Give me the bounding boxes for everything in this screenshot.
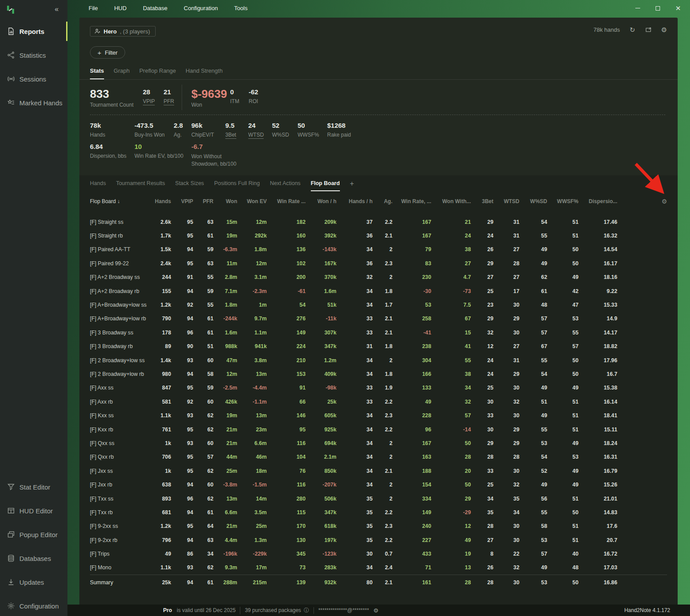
table-row[interactable]: [F] Straight rb1.7k956119m292k160392k362… — [90, 229, 667, 242]
column-header[interactable]: Hands / h — [336, 198, 373, 204]
table-row[interactable]: [F] Txx ss893966213m14m280506k3523342934… — [90, 492, 667, 505]
stat-rake-paid[interactable]: $1268Rake paid — [327, 122, 351, 138]
table-row[interactable]: [F] 9-2xx ss1.2k956421m25m170618k352.324… — [90, 520, 667, 533]
sidebar-item-configuration[interactable]: Configuration — [0, 594, 67, 616]
stat-chipev-t[interactable]: 96kChipEV/T — [191, 122, 214, 138]
sidebar-item-updates[interactable]: Updates — [0, 570, 67, 594]
table-row[interactable]: [F] Txx rb68194616.6m3.5m115347k352.2149… — [90, 505, 667, 519]
column-header[interactable]: Win Rate ... — [267, 198, 306, 204]
table-row[interactable]: [F] Jxx ss1k956225m18m76850k342.11882033… — [90, 464, 667, 478]
column-header[interactable]: WTSD — [493, 198, 519, 204]
menu-configuration[interactable]: Configuration — [184, 5, 218, 11]
stat-hands[interactable]: 78kHands — [90, 122, 105, 138]
table-row[interactable]: [F] Straight ss2.6k956315m12m182209k372.… — [90, 215, 667, 229]
sidebar-item-databases[interactable]: Databases — [0, 546, 67, 570]
stat-vpip[interactable]: 28VPIP — [143, 88, 155, 105]
sidebar-item-hud-editor[interactable]: HUD Editor — [0, 499, 67, 523]
stat-buy-ins-won[interactable]: -473.5Buy-Ins Won — [134, 122, 164, 138]
column-header[interactable]: Win Rate, ... — [392, 198, 431, 204]
table-row[interactable]: [F] 2 Broadway+low rb980945812m13m153409… — [90, 367, 667, 381]
player-chip[interactable]: Hero , (3 players) — [90, 26, 156, 37]
sidebar-item-reports[interactable]: Reports — [0, 19, 67, 43]
table-row[interactable]: [F] Axx ss8479559-2.5m-4.4m91-98k331.913… — [90, 381, 667, 395]
table-row[interactable]: [F] Axx rb5819260426k-1.1m6625k332.24932… — [90, 395, 667, 408]
column-header[interactable]: Won — [213, 198, 237, 204]
column-header[interactable]: WWSF% — [547, 198, 578, 204]
refresh-icon[interactable]: ↻ — [630, 26, 635, 33]
stat-pfr[interactable]: 21PFR — [164, 88, 174, 105]
table-row[interactable]: [F] Qxx ss1k936021m6.6m116694k3421675029… — [90, 436, 667, 450]
report-tab-stack-sizes[interactable]: Stack Sizes — [175, 180, 204, 191]
table-row[interactable]: [F] Mono1.1k93629.3m17m73283k342.4711326… — [90, 561, 667, 575]
menu-hud[interactable]: HUD — [114, 5, 127, 11]
column-header-sorted[interactable]: Flop Board ↓ — [90, 198, 148, 204]
table-row[interactable]: [F] A+2 Broadway rb15594597.1m-2.3m-611.… — [90, 284, 667, 298]
minimize-icon[interactable] — [633, 4, 642, 13]
table-row[interactable]: [F] Jxx rb6389460-3.8m-1.5m116-207k34215… — [90, 478, 667, 491]
column-header[interactable]: Ag. — [373, 198, 392, 204]
column-header[interactable]: W%SD — [519, 198, 547, 204]
report-settings-gear-icon[interactable]: ⚙ — [661, 26, 667, 33]
filter-button[interactable]: + Filter — [90, 46, 125, 59]
table-row[interactable]: [F] 3 Broadway ss17896611.6m1.1m149307k3… — [90, 326, 667, 339]
popout-icon[interactable] — [645, 26, 652, 33]
report-tab-hands[interactable]: Hands — [90, 180, 106, 191]
stat-itm[interactable]: 0ITM — [230, 88, 239, 104]
table-settings-gear-icon[interactable]: ⚙ — [617, 198, 667, 205]
column-header[interactable]: PFR — [193, 198, 213, 204]
table-row[interactable]: [F] Qxx rb706955744m46m1042.1m3421632828… — [90, 450, 667, 464]
stat-3bet[interactable]: 9.53Bet — [225, 122, 236, 139]
report-tab-tournament-results[interactable]: Tournament Results — [116, 180, 165, 191]
maximize-icon[interactable] — [653, 4, 663, 13]
stat-wwsf[interactable]: 50WWSF% — [298, 122, 319, 138]
tab-preflop-range[interactable]: Preflop Range — [139, 67, 176, 79]
tab-graph[interactable]: Graph — [114, 67, 130, 79]
stat-win-rate-ev-bb-100[interactable]: 10Win Rate EV, bb/100 — [134, 143, 183, 159]
table-row[interactable]: [F] Paired 99-222.4k956311m12m102167k362… — [90, 256, 667, 270]
close-icon[interactable]: ✕ — [673, 4, 683, 13]
sidebar-item-popup-editor[interactable]: Popup Editor — [0, 523, 67, 546]
add-report-tab-icon[interactable]: + — [350, 180, 354, 191]
table-row[interactable]: [F] A+2 Broadway ss24491552.8m3.1m200370… — [90, 271, 667, 284]
report-tab-next-actions[interactable]: Next Actions — [270, 180, 300, 191]
column-header[interactable]: 3Bet — [471, 198, 493, 204]
stat-won[interactable]: $-9639Won — [191, 88, 227, 108]
table-row[interactable]: [F] A+Broadway+low rb7909461-244k9.7m276… — [90, 312, 667, 326]
table-row[interactable]: [F] Trips498634-196k-229k345-123k300.743… — [90, 547, 667, 560]
collapse-sidebar-icon[interactable]: « — [55, 5, 58, 13]
tab-stats[interactable]: Stats — [90, 67, 104, 79]
menu-file[interactable]: File — [89, 5, 98, 11]
table-row[interactable]: [F] 2 Broadway+low ss1.4k936047m3.8m2101… — [90, 353, 667, 367]
table-row[interactable]: [F] 3 Broadway rb899051988k941k224347k31… — [90, 340, 667, 353]
table-row[interactable]: [F] 9-2xx rb79694634.4m1.3m130197k352.22… — [90, 533, 667, 547]
stat-w-sd[interactable]: 52W%SD — [272, 122, 289, 138]
sidebar-item-statistics[interactable]: Statistics — [0, 43, 67, 67]
stat-wtsd[interactable]: 24WTSD — [248, 122, 264, 139]
table-row[interactable]: [F] A+Broadway+low ss1.2k92551.8m1m5451k… — [90, 298, 667, 312]
report-tab-flop-board[interactable]: Flop Board — [311, 180, 340, 191]
menu-database[interactable]: Database — [143, 5, 168, 11]
account-settings-gear-icon[interactable]: ⚙ — [373, 607, 379, 614]
stat-won-without-showdown-bb-100[interactable]: -6.7Won Without Showdown, bb/100 — [191, 143, 241, 168]
tab-hand-strength[interactable]: Hand Strength — [186, 67, 223, 79]
column-header[interactable]: VPIP — [171, 198, 193, 204]
sidebar-item-sessions[interactable]: Sessions — [0, 67, 67, 91]
column-header[interactable]: Dispersio... — [578, 198, 617, 204]
stat-dispersion-bbs[interactable]: 6.84Dispersion, bbs — [90, 143, 127, 159]
stat-tournament-count[interactable]: 833Tournament Count — [90, 88, 134, 108]
summary-row[interactable]: Summary25k9461288m215m139932k802.1161282… — [90, 575, 667, 590]
sidebar-item-stat-editor[interactable]: Stat Editor — [0, 475, 67, 499]
stat-ag[interactable]: 2.8Ag. — [174, 122, 183, 138]
stat-roi[interactable]: -62ROI — [249, 88, 258, 104]
menu-tools[interactable]: Tools — [234, 5, 247, 11]
column-header[interactable]: Won With... — [431, 198, 471, 204]
sidebar-item-marked-hands[interactable]: Marked Hands — [0, 91, 67, 115]
column-header[interactable]: Won EV — [237, 198, 267, 204]
table-row[interactable]: [F] Paired AA-TT1.5k9459-6.3m1.8m136-143… — [90, 243, 667, 256]
info-icon[interactable]: ⓘ — [304, 607, 309, 614]
table-row[interactable]: [F] Kxx rb761956221m23m95925k342.296-143… — [90, 423, 667, 436]
column-header[interactable]: Won / h — [306, 198, 336, 204]
report-tab-positions-full-ring[interactable]: Positions Full Ring — [214, 180, 260, 191]
column-header[interactable]: Hands — [148, 198, 171, 204]
table-row[interactable]: [F] Kxx ss1.1k936219m13m146605k342.32285… — [90, 408, 667, 422]
